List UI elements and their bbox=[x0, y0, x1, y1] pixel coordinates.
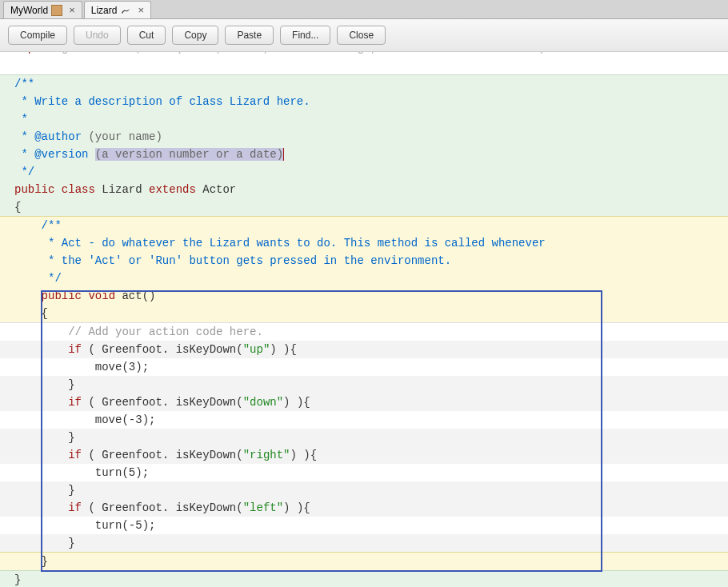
world-icon bbox=[51, 5, 62, 16]
code-line: public void act() bbox=[0, 287, 728, 305]
code-line: { bbox=[0, 305, 728, 322]
code-line: turn(-5); bbox=[0, 517, 728, 534]
find-button[interactable]: Find... bbox=[280, 26, 330, 45]
code-line: turn(5); bbox=[0, 464, 728, 481]
code-line: } bbox=[0, 481, 728, 499]
code-line: * the 'Act' or 'Run' button gets pressed… bbox=[0, 252, 728, 270]
code-line: } bbox=[0, 570, 728, 587]
code-line: } bbox=[0, 552, 728, 570]
code-line: // Add your action code here. bbox=[0, 322, 728, 341]
code-line: */ bbox=[0, 163, 728, 181]
code-line: * Write a description of class Lizard he… bbox=[0, 93, 728, 110]
code-editor[interactable]: import greenfoot.*; // (World, Actor, Gr… bbox=[0, 52, 728, 587]
tab-label: MyWorld bbox=[10, 5, 48, 16]
code-line: public class Lizard extends Actor bbox=[0, 181, 728, 198]
toolbar: Compile Undo Cut Copy Paste Find... Clos… bbox=[0, 19, 728, 52]
tab-label: Lizard bbox=[91, 5, 118, 16]
tab-lizard[interactable]: Lizard × bbox=[84, 1, 151, 18]
compile-button[interactable]: Compile bbox=[8, 26, 67, 45]
code-line: * Act - do whatever the Lizard wants to … bbox=[0, 234, 728, 252]
code-line bbox=[0, 57, 728, 74]
tab-myworld[interactable]: MyWorld × bbox=[3, 1, 82, 18]
code-line: if ( Greenfoot. isKeyDown("down") ){ bbox=[0, 393, 728, 411]
code-line: } bbox=[0, 376, 728, 393]
code-line: */ bbox=[0, 270, 728, 287]
code-line: } bbox=[0, 534, 728, 552]
paste-button[interactable]: Paste bbox=[225, 26, 274, 45]
code-line: if ( Greenfoot. isKeyDown("up") ){ bbox=[0, 341, 728, 358]
text-selection: (a version number or a date) bbox=[95, 148, 283, 161]
copy-button[interactable]: Copy bbox=[172, 26, 218, 45]
tab-bar: MyWorld × Lizard × bbox=[0, 0, 728, 19]
cut-button[interactable]: Cut bbox=[127, 26, 166, 45]
code-line: * @author (your name) bbox=[0, 128, 728, 146]
close-icon[interactable]: × bbox=[69, 4, 75, 16]
close-button[interactable]: Close bbox=[337, 26, 386, 45]
code-line: * @version (a version number or a date) bbox=[0, 146, 728, 163]
code-line: move(3); bbox=[0, 358, 728, 376]
code-line: * bbox=[0, 110, 728, 128]
code-line: if ( Greenfoot. isKeyDown("left") ){ bbox=[0, 499, 728, 517]
close-icon[interactable]: × bbox=[138, 4, 144, 16]
code-line: /** bbox=[0, 74, 728, 93]
lizard-icon bbox=[120, 5, 131, 16]
code-line: { bbox=[0, 198, 728, 216]
code-line: move(-3); bbox=[0, 411, 728, 429]
code-line: /** bbox=[0, 216, 728, 234]
undo-button[interactable]: Undo bbox=[74, 26, 121, 45]
code-line: if ( Greenfoot. isKeyDown("right") ){ bbox=[0, 446, 728, 464]
code-line: } bbox=[0, 429, 728, 446]
